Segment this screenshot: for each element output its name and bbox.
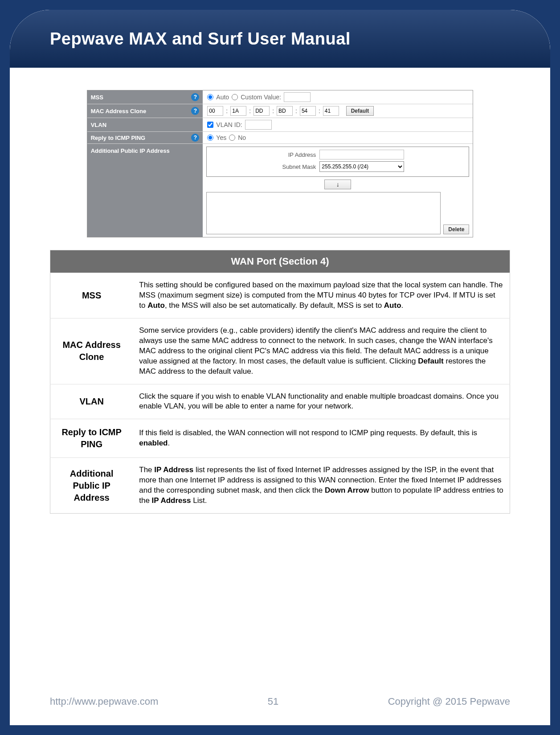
mac-clone-value: : : : : : Default	[203, 104, 473, 118]
page-header: Pepwave MAX and Surf User Manual	[10, 10, 550, 68]
mss-auto-radio[interactable]	[207, 94, 213, 100]
apip-body: IP Address Subnet Mask 255.255.255.0 (/2…	[203, 144, 473, 237]
vlan-id-label: VLAN ID:	[216, 121, 242, 128]
icmp-yes-radio[interactable]	[207, 135, 213, 141]
vlan-id-input[interactable]	[245, 120, 272, 130]
apip-ip-label: IP Address	[271, 151, 316, 158]
help-icon[interactable]: ?	[191, 134, 199, 142]
mss-label: MSS ?	[87, 90, 203, 104]
apip-ip-input[interactable]	[319, 150, 404, 159]
mac-clone-row: MAC Address Clone ? : : : : : Default	[87, 104, 473, 118]
footer-copyright: Copyright @ 2015 Pepwave	[388, 696, 510, 707]
mac-clone-label: MAC Address Clone ?	[87, 104, 203, 118]
apip-label: Additional Public IP Address	[87, 144, 203, 237]
mac-clone-label-text: MAC Address Clone	[91, 108, 146, 114]
doc-term: VLAN	[50, 384, 133, 419]
mss-auto-label: Auto	[216, 94, 229, 101]
doc-description: This setting should be configured based …	[133, 273, 510, 318]
mac-octet-5[interactable]	[323, 106, 339, 116]
vlan-value: VLAN ID:	[203, 118, 473, 131]
apip-ip-listbox[interactable]	[206, 192, 441, 234]
mss-custom-input[interactable]	[284, 92, 311, 102]
vlan-enable-checkbox[interactable]	[207, 122, 213, 128]
mac-octet-2[interactable]	[253, 106, 270, 116]
footer-page-number: 51	[268, 696, 278, 707]
apip-delete-button[interactable]: Delete	[443, 225, 469, 234]
vlan-label: VLAN	[87, 118, 203, 131]
table-row: Additional Public IP AddressThe IP Addre…	[50, 458, 510, 514]
doc-table-title: WAN Port (Section 4)	[50, 250, 510, 273]
apip-subnet-select[interactable]: 255.255.255.0 (/24)	[319, 161, 404, 172]
settings-screenshot: MSS ? Auto Custom Value: MAC Address Clo…	[87, 90, 474, 237]
vlan-row: VLAN VLAN ID:	[87, 118, 473, 132]
mss-custom-radio[interactable]	[232, 94, 238, 100]
wan-port-doc-table: WAN Port (Section 4) MSSThis setting sho…	[50, 250, 510, 514]
footer-url: http://www.pepwave.com	[50, 696, 158, 707]
icmp-label-text: Reply to ICMP PING	[91, 135, 146, 141]
mac-octet-0[interactable]	[207, 106, 223, 116]
icmp-yes-label: Yes	[216, 134, 226, 141]
icmp-value: Yes No	[203, 132, 473, 143]
vlan-label-text: VLAN	[91, 122, 106, 128]
doc-description: Some service providers (e.g., cable prov…	[133, 318, 510, 384]
mac-octet-1[interactable]	[230, 106, 246, 116]
page-title: Pepwave MAX and Surf User Manual	[50, 29, 351, 49]
mac-default-button[interactable]: Default	[346, 106, 374, 116]
icmp-no-radio[interactable]	[229, 135, 235, 141]
doc-description: If this field is disabled, the WAN conne…	[133, 419, 510, 458]
mac-octet-4[interactable]	[300, 106, 316, 116]
mss-value: Auto Custom Value:	[203, 90, 473, 104]
help-icon[interactable]: ?	[191, 107, 199, 115]
icmp-label: Reply to ICMP PING ?	[87, 132, 203, 143]
mss-row: MSS ? Auto Custom Value:	[87, 90, 473, 104]
table-row: MSSThis setting should be configured bas…	[50, 273, 510, 318]
mss-custom-label: Custom Value:	[241, 94, 281, 101]
doc-description: The IP Address list represents the list …	[133, 458, 510, 514]
help-icon[interactable]: ?	[191, 93, 199, 101]
doc-term: Additional Public IP Address	[50, 458, 133, 514]
table-row: Reply to ICMP PINGIf this field is disab…	[50, 419, 510, 458]
doc-description: Click the square if you wish to enable V…	[133, 384, 510, 419]
table-row: MAC Address CloneSome service providers …	[50, 318, 510, 384]
apip-row: Additional Public IP Address IP Address …	[87, 144, 473, 237]
apip-label-text: Additional Public IP Address	[91, 147, 170, 154]
doc-term: Reply to ICMP PING	[50, 419, 133, 458]
doc-term: MSS	[50, 273, 133, 318]
icmp-no-label: No	[238, 134, 246, 141]
mac-octet-3[interactable]	[277, 106, 293, 116]
down-arrow-button[interactable]: ↓	[324, 180, 351, 189]
table-row: VLANClick the square if you wish to enab…	[50, 384, 510, 419]
mss-label-text: MSS	[91, 94, 103, 101]
icmp-row: Reply to ICMP PING ? Yes No	[87, 132, 473, 144]
apip-subnet-label: Subnet Mask	[271, 163, 316, 170]
doc-term: MAC Address Clone	[50, 318, 133, 384]
page-footer: http://www.pepwave.com 51 Copyright @ 20…	[50, 696, 510, 707]
